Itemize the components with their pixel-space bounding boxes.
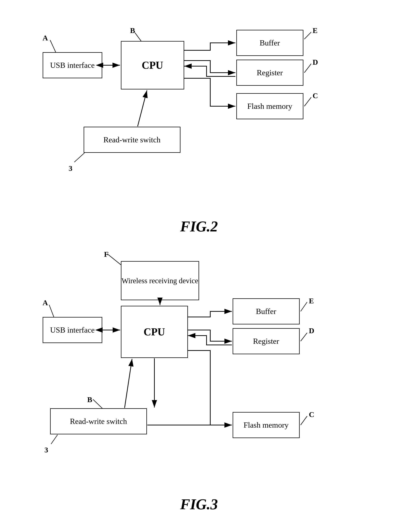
svg-line-8: [304, 64, 311, 73]
fig3-usb-block: USB interface: [43, 317, 102, 343]
fig3-wireless-block: Wireless receiving device: [121, 261, 199, 300]
fig2-usb-block: USB interface: [43, 52, 102, 78]
fig3-usb-label: USB interface: [50, 326, 95, 335]
fig2-caption: FIG.2: [11, 218, 387, 235]
svg-line-23: [301, 302, 307, 311]
svg-line-4: [138, 90, 147, 126]
fig3-flash-block: Flash memory: [233, 412, 300, 438]
fig2-cpu-block: CPU: [121, 41, 184, 89]
fig3-buffer-label: Buffer: [256, 307, 276, 316]
fig3-cpu-label: CPU: [143, 326, 165, 338]
fig2-label-e: E: [313, 26, 318, 35]
fig3-caption: FIG.3: [11, 496, 387, 513]
svg-line-7: [304, 97, 311, 106]
fig2-diagram: USB interface CPU Buffer Register Flash …: [31, 11, 367, 216]
fig2-register-label: Register: [257, 68, 283, 77]
fig3-label-f: F: [104, 250, 109, 259]
fig3-label-b: B: [87, 395, 92, 404]
fig2-readwrite-label: Read-write switch: [103, 135, 161, 144]
fig3-wireless-label: Wireless receiving device: [122, 276, 198, 285]
svg-line-21: [301, 416, 307, 425]
svg-line-5: [50, 40, 56, 52]
fig3-arrows: [31, 250, 367, 492]
svg-line-16: [124, 359, 132, 408]
svg-line-19: [49, 305, 54, 317]
fig3-readwrite-block: Read-write switch: [50, 408, 147, 434]
fig3-label-3: 3: [44, 446, 48, 454]
fig2-label-a: A: [43, 33, 48, 42]
svg-line-6: [135, 33, 141, 41]
fig2-label-c: C: [313, 91, 318, 100]
svg-line-10: [74, 153, 85, 162]
fig2-readwrite-block: Read-write switch: [84, 127, 180, 153]
page: USB interface CPU Buffer Register Flash …: [0, 0, 398, 532]
fig2-register-block: Register: [236, 60, 303, 86]
svg-line-20: [93, 399, 102, 408]
fig2-label-d: D: [313, 58, 318, 67]
fig2-flash-block: Flash memory: [236, 93, 303, 119]
fig3-register-label: Register: [253, 337, 279, 346]
fig2-arrows: [31, 11, 367, 216]
fig3-cpu-block: CPU: [121, 306, 188, 358]
fig3-diagram: Wireless receiving device USB interface …: [31, 250, 367, 492]
fig2-flash-label: Flash memory: [247, 102, 292, 111]
fig2-buffer-label: Buffer: [260, 38, 280, 47]
fig2-label-3: 3: [69, 164, 72, 173]
svg-line-24: [51, 435, 57, 444]
svg-line-22: [301, 333, 307, 341]
fig3-buffer-block: Buffer: [233, 298, 300, 324]
fig2-usb-label: USB interface: [50, 61, 95, 70]
fig3-label-e: E: [309, 297, 314, 305]
fig3-label-d: D: [309, 326, 314, 335]
fig3-label-a: A: [43, 298, 48, 307]
fig3-readwrite-label: Read-write switch: [70, 417, 127, 426]
svg-line-18: [107, 254, 121, 265]
fig3-label-c: C: [309, 410, 314, 419]
fig2-cpu-label: CPU: [142, 59, 163, 71]
svg-line-9: [304, 32, 311, 39]
fig2-label-b: B: [130, 26, 135, 35]
fig3-register-block: Register: [233, 328, 300, 354]
fig3-flash-label: Flash memory: [244, 421, 288, 430]
fig2-buffer-block: Buffer: [236, 30, 303, 56]
